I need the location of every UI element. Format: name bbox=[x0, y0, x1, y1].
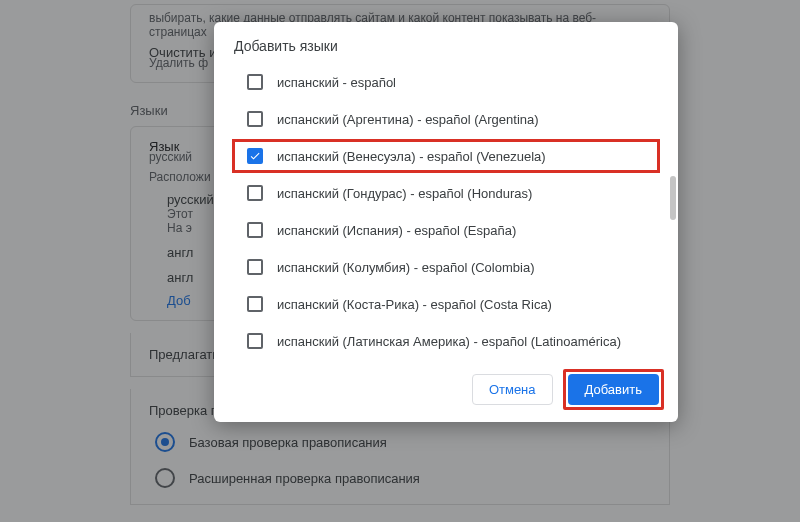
cancel-button[interactable]: Отмена bbox=[472, 374, 553, 405]
checkbox-icon[interactable] bbox=[247, 74, 263, 90]
language-label: испанский (Испания) - español (España) bbox=[277, 223, 516, 238]
language-label: испанский (Гондурас) - español (Honduras… bbox=[277, 186, 532, 201]
checkbox-checked-icon[interactable] bbox=[247, 148, 263, 164]
checkbox-icon[interactable] bbox=[247, 259, 263, 275]
add-button-highlight: Добавить bbox=[563, 369, 664, 410]
language-label: испанский (Латинская Америка) - español … bbox=[277, 334, 621, 349]
language-option[interactable]: испанский (Испания) - español (España) bbox=[232, 213, 660, 247]
checkbox-icon[interactable] bbox=[247, 296, 263, 312]
add-languages-dialog: Добавить языки испанский - españolиспанс… bbox=[214, 22, 678, 422]
language-option[interactable]: испанский (Коста-Рика) - español (Costa … bbox=[232, 287, 660, 321]
language-option[interactable]: испанский (Венесуэла) - español (Venezue… bbox=[232, 139, 660, 173]
checkbox-icon[interactable] bbox=[247, 333, 263, 349]
language-option[interactable]: испанский - español bbox=[232, 65, 660, 99]
language-label: испанский (Венесуэла) - español (Venezue… bbox=[277, 149, 546, 164]
scrollbar[interactable] bbox=[668, 62, 676, 357]
language-label: испанский (Аргентина) - español (Argenti… bbox=[277, 112, 539, 127]
dialog-title: Добавить языки bbox=[214, 22, 678, 62]
language-label: испанский (Колумбия) - español (Colombia… bbox=[277, 260, 534, 275]
language-option[interactable]: испанский (Колумбия) - español (Colombia… bbox=[232, 250, 660, 284]
language-option[interactable]: испанский (Аргентина) - español (Argenti… bbox=[232, 102, 660, 136]
language-label: испанский (Коста-Рика) - español (Costa … bbox=[277, 297, 552, 312]
checkbox-icon[interactable] bbox=[247, 222, 263, 238]
dialog-actions: Отмена Добавить bbox=[214, 357, 678, 422]
languages-list: испанский - españolиспанский (Аргентина)… bbox=[214, 62, 678, 357]
checkbox-icon[interactable] bbox=[247, 111, 263, 127]
language-option[interactable]: испанский (Латинская Америка) - español … bbox=[232, 324, 660, 357]
language-option[interactable]: испанский (Гондурас) - español (Honduras… bbox=[232, 176, 660, 210]
checkbox-icon[interactable] bbox=[247, 185, 263, 201]
language-label: испанский - español bbox=[277, 75, 396, 90]
scrollbar-thumb[interactable] bbox=[670, 176, 676, 220]
add-button[interactable]: Добавить bbox=[568, 374, 659, 405]
